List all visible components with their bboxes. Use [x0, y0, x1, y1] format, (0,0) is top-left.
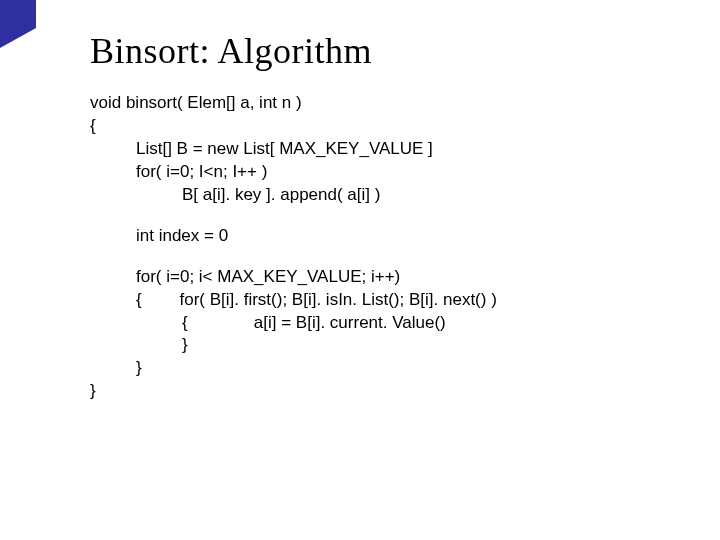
- code-line: }: [90, 380, 690, 403]
- code-line: }: [90, 357, 690, 380]
- code-line: List[] B = new List[ MAX_KEY_VALUE ]: [90, 138, 690, 161]
- code-line: }: [90, 334, 690, 357]
- code-line: {: [90, 115, 690, 138]
- corner-tab-decoration: [0, 0, 36, 28]
- code-line: void binsort( Elem[] a, int n ): [90, 92, 690, 115]
- code-line: B[ a[i]. key ]. append( a[i] ): [90, 184, 690, 207]
- code-line: { for( B[i]. first(); B[i]. isIn. List()…: [90, 289, 690, 312]
- code-line: { a[i] = B[i]. current. Value(): [90, 312, 690, 335]
- slide: Binsort: Algorithm void binsort( Elem[] …: [0, 0, 720, 540]
- code-line: int index = 0: [90, 225, 690, 248]
- blank-line: [90, 248, 690, 266]
- code-block: void binsort( Elem[] a, int n ) { List[]…: [90, 92, 690, 403]
- code-line: for( i=0; i< MAX_KEY_VALUE; i++): [90, 266, 690, 289]
- blank-line: [90, 207, 690, 225]
- slide-title: Binsort: Algorithm: [90, 30, 372, 72]
- code-line: for( i=0; I<n; I++ ): [90, 161, 690, 184]
